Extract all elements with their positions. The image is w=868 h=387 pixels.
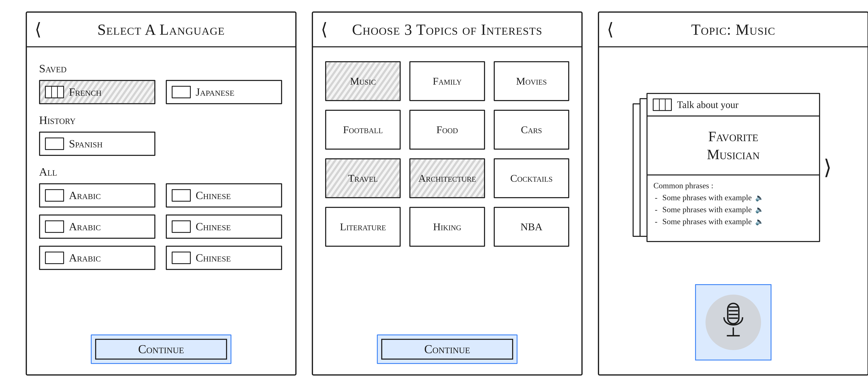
note-line: -Some phrases with example🔈: [653, 191, 813, 204]
topic-architecture[interactable]: Architecture: [409, 158, 485, 198]
prompt-main-line1: Favorite: [708, 128, 758, 145]
language-chip-japanese[interactable]: Japanese: [166, 80, 282, 104]
prompt-notes: Common phrases : -Some phrases with exam…: [648, 175, 819, 241]
flag-icon: [45, 220, 64, 233]
note-line: -Some phrases with example🔈: [653, 204, 813, 215]
section-label-history: History: [39, 113, 283, 127]
section-label-saved: Saved: [39, 62, 283, 75]
screen-select-language: ⟨ Select A Language Saved French Japanes…: [26, 11, 297, 376]
language-chip-spanish[interactable]: Spanish: [39, 132, 155, 156]
flag-icon: [172, 189, 191, 202]
language-list-history: Spanish: [39, 132, 283, 156]
titlebar: ⟨ Select A Language: [27, 13, 295, 47]
language-chip-french[interactable]: French: [39, 80, 155, 104]
topic-travel[interactable]: Travel: [325, 158, 401, 198]
language-list-all: Arabic Chinese Arabic Chinese Arabic Chi…: [39, 183, 283, 270]
screen-choose-topics: ⟨ Choose 3 Topics of Interests Music Fam…: [312, 11, 583, 376]
back-icon[interactable]: ⟨: [35, 21, 41, 38]
topic-nba[interactable]: NBA: [494, 207, 569, 247]
flag-icon: [45, 86, 64, 98]
continue-button-label: Continue: [95, 339, 227, 360]
flag-icon: [45, 138, 64, 150]
language-name: Chinese: [196, 251, 231, 264]
topic-music[interactable]: Music: [325, 61, 401, 101]
topic-food[interactable]: Food: [409, 110, 485, 150]
play-audio-icon[interactable]: 🔈: [755, 192, 764, 203]
language-chip[interactable]: Chinese: [166, 183, 282, 208]
notes-header: Common phrases :: [653, 180, 813, 191]
prompt-card[interactable]: Talk about your Favorite Musician Common…: [647, 93, 820, 242]
play-audio-icon[interactable]: 🔈: [755, 216, 764, 227]
language-chip[interactable]: Arabic: [39, 214, 155, 239]
language-name: Chinese: [196, 220, 231, 233]
next-card-icon[interactable]: ⟩: [820, 157, 835, 178]
screen-title: Select A Language: [27, 21, 295, 38]
flag-icon: [172, 86, 191, 98]
language-chip[interactable]: Arabic: [39, 246, 155, 270]
topic-hiking[interactable]: Hiking: [409, 207, 485, 247]
language-name: Chinese: [196, 189, 231, 202]
language-name: Japanese: [196, 86, 235, 99]
screen-title: Topic: Music: [599, 21, 867, 38]
back-icon[interactable]: ⟨: [607, 21, 614, 38]
screen-topic-record: ⟨ Topic: Music ⟨ Talk about your Favorit…: [598, 11, 868, 376]
screen-title: Choose 3 Topics of Interests: [313, 21, 581, 38]
continue-button[interactable]: Continue: [91, 335, 231, 364]
continue-button[interactable]: Continue: [377, 335, 518, 364]
topic-football[interactable]: Football: [325, 110, 401, 150]
titlebar: ⟨ Topic: Music: [599, 13, 867, 47]
language-name: Spanish: [69, 137, 102, 150]
continue-button-label: Continue: [381, 339, 513, 360]
language-chip[interactable]: Chinese: [166, 214, 282, 239]
language-name: Arabic: [69, 251, 101, 264]
play-audio-icon[interactable]: 🔈: [755, 204, 764, 215]
flag-icon: [45, 252, 64, 264]
flag-icon: [172, 252, 191, 264]
topic-cocktails[interactable]: Cocktails: [494, 158, 569, 198]
language-name: Arabic: [69, 189, 101, 202]
note-line: -Some phrases with example🔈: [653, 215, 813, 227]
topic-literature[interactable]: Literature: [325, 207, 401, 247]
flag-icon: [653, 99, 672, 111]
flag-icon: [45, 189, 64, 202]
language-chip[interactable]: Chinese: [166, 246, 282, 270]
prompt-card-stack: Talk about your Favorite Musician Common…: [647, 93, 820, 242]
prompt-prefix: Talk about your: [677, 99, 739, 110]
back-icon[interactable]: ⟨: [321, 21, 328, 38]
section-label-all: All: [39, 165, 283, 178]
screen-body: Music Family Movies Football Food Cars T…: [313, 47, 581, 374]
topic-family[interactable]: Family: [409, 61, 485, 101]
language-name: French: [69, 86, 101, 99]
topic-cars[interactable]: Cars: [494, 110, 569, 150]
screen-body: ⟨ Talk about your Favorite Musician: [599, 47, 867, 374]
titlebar: ⟨ Choose 3 Topics of Interests: [313, 13, 581, 47]
flag-icon: [172, 220, 191, 233]
language-list-saved: French Japanese: [39, 80, 283, 104]
prompt-main-line2: Musician: [707, 146, 760, 163]
language-chip[interactable]: Arabic: [39, 183, 155, 208]
topics-grid: Music Family Movies Football Food Cars T…: [325, 61, 569, 247]
microphone-icon: [706, 294, 761, 350]
topic-movies[interactable]: Movies: [494, 61, 569, 101]
record-button[interactable]: [695, 284, 772, 360]
language-name: Arabic: [69, 220, 101, 233]
screen-body: Saved French Japanese History Spanish Al…: [27, 47, 295, 374]
